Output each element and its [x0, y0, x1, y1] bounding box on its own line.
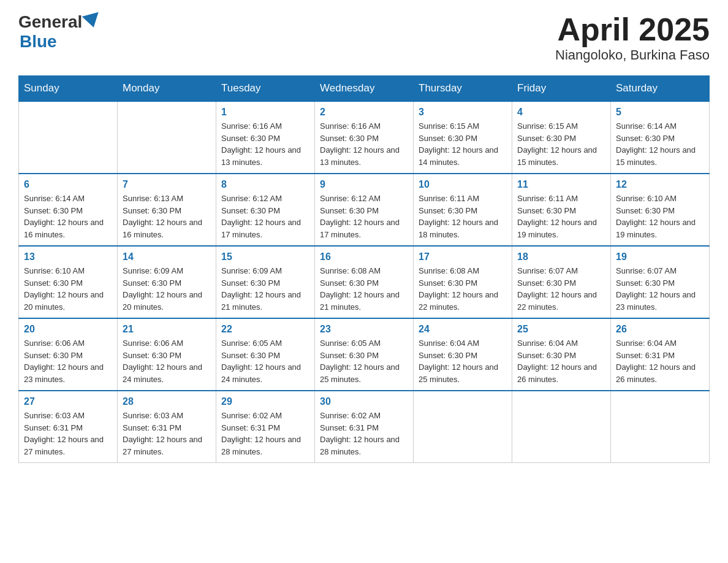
- calendar-cell: [414, 391, 512, 463]
- logo: General Blue: [18, 12, 100, 52]
- calendar-cell: 5Sunrise: 6:14 AM Sunset: 6:30 PM Daylig…: [611, 101, 710, 174]
- day-info: Sunrise: 6:04 AM Sunset: 6:30 PM Dayligh…: [419, 337, 507, 385]
- day-info: Sunrise: 6:04 AM Sunset: 6:30 PM Dayligh…: [517, 337, 605, 385]
- day-number: 24: [419, 324, 507, 335]
- day-number: 23: [320, 324, 408, 335]
- calendar-cell: 27Sunrise: 6:03 AM Sunset: 6:31 PM Dayli…: [19, 391, 118, 463]
- calendar-cell: 3Sunrise: 6:15 AM Sunset: 6:30 PM Daylig…: [414, 101, 512, 174]
- calendar-cell: 29Sunrise: 6:02 AM Sunset: 6:31 PM Dayli…: [216, 391, 315, 463]
- calendar-cell: 28Sunrise: 6:03 AM Sunset: 6:31 PM Dayli…: [118, 391, 216, 463]
- day-number: 19: [616, 251, 704, 262]
- day-number: 15: [221, 251, 309, 262]
- day-number: 7: [123, 179, 211, 190]
- day-info: Sunrise: 6:07 AM Sunset: 6:30 PM Dayligh…: [517, 265, 605, 313]
- calendar-header-sunday: Sunday: [19, 76, 118, 102]
- day-number: 30: [320, 396, 408, 407]
- day-number: 25: [517, 324, 605, 335]
- calendar-cell: 22Sunrise: 6:05 AM Sunset: 6:30 PM Dayli…: [216, 318, 315, 391]
- logo-text-blue: Blue: [20, 32, 57, 52]
- day-number: 22: [221, 324, 309, 335]
- day-info: Sunrise: 6:03 AM Sunset: 6:31 PM Dayligh…: [24, 410, 112, 458]
- day-info: Sunrise: 6:05 AM Sunset: 6:30 PM Dayligh…: [320, 337, 408, 385]
- calendar-week-row: 13Sunrise: 6:10 AM Sunset: 6:30 PM Dayli…: [19, 246, 710, 318]
- day-info: Sunrise: 6:02 AM Sunset: 6:31 PM Dayligh…: [221, 410, 309, 458]
- day-number: 20: [24, 324, 112, 335]
- calendar-table: SundayMondayTuesdayWednesdayThursdayFrid…: [18, 75, 710, 463]
- day-number: 16: [320, 251, 408, 262]
- title-block: April 2025 Niangoloko, Burkina Faso: [555, 12, 710, 63]
- calendar-header-monday: Monday: [118, 76, 216, 102]
- calendar-cell: [19, 101, 118, 174]
- calendar-cell: 26Sunrise: 6:04 AM Sunset: 6:31 PM Dayli…: [611, 318, 710, 391]
- page-header: General Blue April 2025 Niangoloko, Burk…: [18, 12, 710, 63]
- calendar-week-row: 6Sunrise: 6:14 AM Sunset: 6:30 PM Daylig…: [19, 174, 710, 246]
- calendar-week-row: 27Sunrise: 6:03 AM Sunset: 6:31 PM Dayli…: [19, 391, 710, 463]
- day-number: 27: [24, 396, 112, 407]
- day-number: 2: [320, 107, 408, 118]
- logo-triangle-icon: [82, 12, 102, 29]
- day-info: Sunrise: 6:11 AM Sunset: 6:30 PM Dayligh…: [517, 193, 605, 240]
- day-info: Sunrise: 6:16 AM Sunset: 6:30 PM Dayligh…: [320, 120, 408, 168]
- calendar-cell: 12Sunrise: 6:10 AM Sunset: 6:30 PM Dayli…: [611, 174, 710, 246]
- calendar-cell: 6Sunrise: 6:14 AM Sunset: 6:30 PM Daylig…: [19, 174, 118, 246]
- day-info: Sunrise: 6:15 AM Sunset: 6:30 PM Dayligh…: [419, 120, 507, 168]
- day-number: 1: [221, 107, 309, 118]
- calendar-cell: 11Sunrise: 6:11 AM Sunset: 6:30 PM Dayli…: [512, 174, 611, 246]
- day-number: 13: [24, 251, 112, 262]
- calendar-cell: 15Sunrise: 6:09 AM Sunset: 6:30 PM Dayli…: [216, 246, 315, 318]
- day-info: Sunrise: 6:14 AM Sunset: 6:30 PM Dayligh…: [24, 193, 112, 240]
- day-info: Sunrise: 6:09 AM Sunset: 6:30 PM Dayligh…: [221, 265, 309, 313]
- day-number: 3: [419, 107, 507, 118]
- calendar-cell: 10Sunrise: 6:11 AM Sunset: 6:30 PM Dayli…: [414, 174, 512, 246]
- day-info: Sunrise: 6:16 AM Sunset: 6:30 PM Dayligh…: [221, 120, 309, 168]
- calendar-header-row: SundayMondayTuesdayWednesdayThursdayFrid…: [19, 76, 710, 102]
- day-info: Sunrise: 6:11 AM Sunset: 6:30 PM Dayligh…: [419, 193, 507, 240]
- day-number: 8: [221, 179, 309, 190]
- calendar-cell: 30Sunrise: 6:02 AM Sunset: 6:31 PM Dayli…: [315, 391, 414, 463]
- day-number: 14: [123, 251, 211, 262]
- calendar-header-wednesday: Wednesday: [315, 76, 414, 102]
- day-info: Sunrise: 6:10 AM Sunset: 6:30 PM Dayligh…: [616, 193, 704, 240]
- calendar-cell: 1Sunrise: 6:16 AM Sunset: 6:30 PM Daylig…: [216, 101, 315, 174]
- logo-line1: General: [18, 12, 100, 32]
- calendar-cell: 18Sunrise: 6:07 AM Sunset: 6:30 PM Dayli…: [512, 246, 611, 318]
- calendar-cell: [611, 391, 710, 463]
- day-info: Sunrise: 6:08 AM Sunset: 6:30 PM Dayligh…: [320, 265, 408, 313]
- day-number: 10: [419, 179, 507, 190]
- day-number: 9: [320, 179, 408, 190]
- day-number: 29: [221, 396, 309, 407]
- calendar-cell: 16Sunrise: 6:08 AM Sunset: 6:30 PM Dayli…: [315, 246, 414, 318]
- calendar-cell: 24Sunrise: 6:04 AM Sunset: 6:30 PM Dayli…: [414, 318, 512, 391]
- calendar-cell: 8Sunrise: 6:12 AM Sunset: 6:30 PM Daylig…: [216, 174, 315, 246]
- calendar-cell: 21Sunrise: 6:06 AM Sunset: 6:30 PM Dayli…: [118, 318, 216, 391]
- calendar-cell: 2Sunrise: 6:16 AM Sunset: 6:30 PM Daylig…: [315, 101, 414, 174]
- calendar-header-tuesday: Tuesday: [216, 76, 315, 102]
- day-info: Sunrise: 6:09 AM Sunset: 6:30 PM Dayligh…: [123, 265, 211, 313]
- day-info: Sunrise: 6:06 AM Sunset: 6:30 PM Dayligh…: [123, 337, 211, 385]
- calendar-header-friday: Friday: [512, 76, 611, 102]
- day-number: 11: [517, 179, 605, 190]
- day-number: 28: [123, 396, 211, 407]
- calendar-cell: [118, 101, 216, 174]
- day-number: 21: [123, 324, 211, 335]
- calendar-header-thursday: Thursday: [414, 76, 512, 102]
- day-info: Sunrise: 6:15 AM Sunset: 6:30 PM Dayligh…: [517, 120, 605, 168]
- calendar-cell: 13Sunrise: 6:10 AM Sunset: 6:30 PM Dayli…: [19, 246, 118, 318]
- logo-text-general: General: [18, 12, 82, 32]
- calendar-cell: [512, 391, 611, 463]
- calendar-cell: 17Sunrise: 6:08 AM Sunset: 6:30 PM Dayli…: [414, 246, 512, 318]
- day-info: Sunrise: 6:07 AM Sunset: 6:30 PM Dayligh…: [616, 265, 704, 313]
- day-info: Sunrise: 6:12 AM Sunset: 6:30 PM Dayligh…: [221, 193, 309, 240]
- calendar-cell: 25Sunrise: 6:04 AM Sunset: 6:30 PM Dayli…: [512, 318, 611, 391]
- calendar-header-saturday: Saturday: [611, 76, 710, 102]
- calendar-cell: 9Sunrise: 6:12 AM Sunset: 6:30 PM Daylig…: [315, 174, 414, 246]
- location-title: Niangoloko, Burkina Faso: [555, 47, 710, 63]
- calendar-week-row: 1Sunrise: 6:16 AM Sunset: 6:30 PM Daylig…: [19, 101, 710, 174]
- day-info: Sunrise: 6:02 AM Sunset: 6:31 PM Dayligh…: [320, 410, 408, 458]
- day-info: Sunrise: 6:12 AM Sunset: 6:30 PM Dayligh…: [320, 193, 408, 240]
- calendar-cell: 19Sunrise: 6:07 AM Sunset: 6:30 PM Dayli…: [611, 246, 710, 318]
- day-number: 4: [517, 107, 605, 118]
- calendar-cell: 7Sunrise: 6:13 AM Sunset: 6:30 PM Daylig…: [118, 174, 216, 246]
- day-number: 12: [616, 179, 704, 190]
- day-info: Sunrise: 6:08 AM Sunset: 6:30 PM Dayligh…: [419, 265, 507, 313]
